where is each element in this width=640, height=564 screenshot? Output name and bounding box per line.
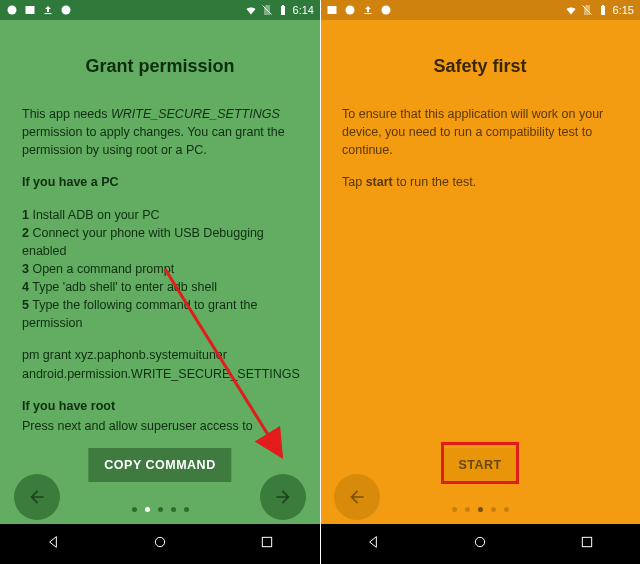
no-sim-icon (581, 4, 593, 16)
svg-rect-6 (262, 537, 271, 546)
status-time: 6:14 (293, 4, 314, 16)
pc-heading: If you have a PC (22, 173, 298, 191)
image-icon (24, 4, 36, 16)
svg-rect-4 (282, 5, 284, 6)
image-icon (326, 4, 338, 16)
circle-icon (6, 4, 18, 16)
svg-rect-11 (601, 6, 605, 15)
circle-icon (60, 4, 72, 16)
svg-rect-12 (602, 5, 604, 6)
nav-home-icon[interactable] (152, 534, 168, 554)
android-nav-bar (0, 524, 320, 564)
next-button[interactable] (260, 474, 306, 520)
circle-icon (380, 4, 392, 16)
arrow-left-icon (347, 487, 367, 507)
status-time: 6:15 (613, 4, 634, 16)
arrow-left-icon (27, 487, 47, 507)
command-text: pm grant xyz.paphonb.systemuituner andro… (22, 346, 298, 382)
copy-command-button[interactable]: COPY COMMAND (88, 448, 231, 482)
arrow-right-icon (273, 487, 293, 507)
status-bar: 6:15 (320, 0, 640, 20)
upload-icon (362, 4, 374, 16)
pc-steps: 1 Install ADB on your PC 2 Connect your … (22, 206, 298, 333)
screen-grant-permission: 6:14 Grant permission This app needs WRI… (0, 0, 320, 564)
nav-recents-icon[interactable] (259, 534, 275, 554)
screen-safety-first: 6:15 Safety first To ensure that this ap… (320, 0, 640, 564)
svg-rect-8 (328, 6, 337, 14)
nav-back-icon[interactable] (365, 534, 381, 554)
nav-home-icon[interactable] (472, 534, 488, 554)
para-1: To ensure that this application will wor… (342, 105, 618, 159)
svg-point-13 (475, 537, 484, 546)
android-nav-bar (320, 524, 640, 564)
svg-point-5 (155, 537, 164, 546)
svg-rect-3 (281, 6, 285, 15)
svg-rect-14 (582, 537, 591, 546)
svg-point-0 (8, 6, 17, 15)
nav-back-icon[interactable] (45, 534, 61, 554)
bottom-bar: START (320, 448, 640, 520)
svg-point-2 (62, 6, 71, 15)
page-title: Grant permission (22, 56, 298, 77)
intro-text: This app needs WRITE_SECURE_SETTINGS per… (22, 105, 298, 159)
wifi-icon (245, 4, 257, 16)
svg-point-9 (346, 6, 355, 15)
battery-icon (277, 4, 289, 16)
root-text: Press next and allow superuser access to (22, 417, 298, 435)
para-2: Tap start to run the test. (342, 173, 618, 191)
screenshot-divider (320, 0, 321, 564)
no-sim-icon (261, 4, 273, 16)
back-button[interactable] (334, 474, 380, 520)
nav-recents-icon[interactable] (579, 534, 595, 554)
status-bar: 6:14 (0, 0, 320, 20)
page-title: Safety first (342, 56, 618, 77)
circle-icon (344, 4, 356, 16)
back-button[interactable] (14, 474, 60, 520)
battery-icon (597, 4, 609, 16)
svg-point-10 (382, 6, 391, 15)
root-heading: If you have root (22, 397, 298, 415)
wifi-icon (565, 4, 577, 16)
start-button[interactable]: START (442, 448, 517, 482)
bottom-bar: COPY COMMAND (0, 448, 320, 520)
upload-icon (42, 4, 54, 16)
svg-rect-1 (26, 6, 35, 14)
